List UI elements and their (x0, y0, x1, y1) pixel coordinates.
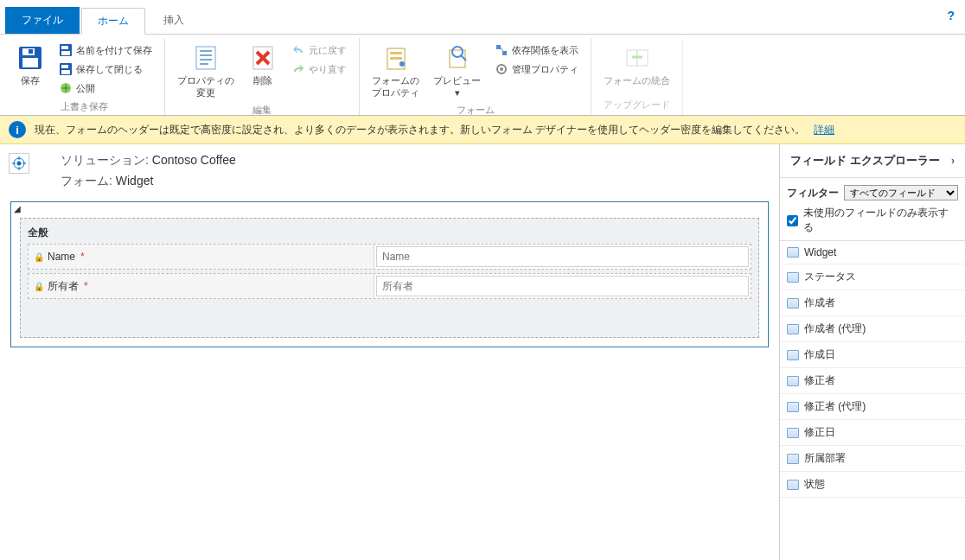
preview-label: プレビュー ▾ (433, 74, 481, 99)
properties-icon (191, 43, 220, 73)
unused-only-checkbox[interactable] (787, 215, 798, 226)
delete-label: 削除 (253, 74, 272, 86)
section-title: 全般 (28, 226, 751, 240)
unused-only-label: 未使用のフィールドのみ表示する (803, 206, 958, 235)
preview-button[interactable]: プレビュー ▾ (426, 40, 488, 102)
svg-point-20 (399, 61, 405, 67)
tab-insert[interactable]: 挿入 (147, 7, 201, 34)
chevron-right-icon: › (951, 155, 955, 167)
list-item-label: 修正者 (代理) (804, 399, 866, 414)
save-button[interactable]: 保存 (9, 40, 52, 90)
svg-rect-12 (200, 50, 212, 52)
unused-only-row: 未使用のフィールドのみ表示する (780, 206, 965, 241)
list-item[interactable]: 修正日 (780, 420, 965, 446)
list-item[interactable]: Widget (780, 241, 965, 264)
redo-button[interactable]: やり直す (288, 60, 350, 78)
field-icon (787, 402, 799, 412)
undo-label: 元に戻す (309, 44, 347, 57)
field-explorer-header[interactable]: フィールド エクスプローラー › (780, 144, 965, 178)
save-label: 保存 (21, 74, 40, 86)
field-input-name[interactable] (376, 246, 749, 267)
list-item-label: 修正者 (804, 373, 835, 388)
save-as-button[interactable]: 名前を付けて保存 (55, 41, 156, 59)
form-properties-label: フォームの プロパティ (372, 74, 419, 99)
form-properties-icon (381, 43, 411, 73)
svg-rect-6 (61, 51, 70, 55)
list-item[interactable]: 作成者 (780, 290, 965, 316)
publish-button[interactable]: 公開 (55, 80, 156, 97)
form-line: フォーム: Widget (61, 174, 236, 189)
form-name: Widget (116, 174, 154, 188)
deps-col: 依存関係を表示 管理プロパティ (488, 40, 585, 80)
tab-marker[interactable]: ◢ (14, 204, 21, 213)
required-star: * (80, 251, 85, 263)
managed-properties-icon (495, 62, 508, 76)
field-label-cell: 🔒 所有者 * (29, 274, 374, 298)
show-dependencies-label: 依存関係を表示 (512, 44, 578, 57)
info-icon: i (9, 121, 26, 138)
solution-label: ソリューション: (61, 153, 149, 167)
help-icon[interactable]: ? (947, 9, 955, 22)
field-input-owner[interactable] (376, 276, 749, 296)
show-dependencies-button[interactable]: 依存関係を表示 (491, 41, 582, 59)
svg-point-32 (17, 162, 22, 166)
tab-file[interactable]: ファイル (5, 7, 80, 34)
list-item[interactable]: 作成者 (代理) (780, 316, 965, 342)
list-item[interactable]: 修正者 (代理) (780, 394, 965, 420)
change-properties-button[interactable]: プロパティの 変更 (170, 40, 241, 102)
list-item[interactable]: 作成日 (780, 342, 965, 368)
ribbon-group-save: 保存 名前を付けて保存 保存して閉じる (3, 38, 165, 115)
field-explorer-panel: フィールド エクスプローラー › フィルター すべてのフィールド 未使用のフィー… (779, 144, 965, 560)
list-item[interactable]: 所属部署 (780, 446, 965, 472)
menu-tabs: ファイル ホーム 挿入 ? (0, 0, 965, 35)
field-icon (787, 428, 799, 438)
svg-rect-13 (200, 54, 212, 56)
save-close-icon (59, 62, 73, 76)
list-item[interactable]: ステータス (780, 264, 965, 290)
field-list: Widget ステータス 作成者 作成者 (代理) 作成日 修正者 修正者 (代… (780, 241, 965, 560)
filter-label: フィルター (787, 186, 839, 200)
notification-link[interactable]: 詳細 (814, 123, 834, 137)
field-label: Name (48, 251, 75, 263)
field-explorer-title: フィールド エクスプローラー (790, 153, 940, 169)
ribbon-group-form: フォームの プロパティ プレビュー ▾ 依存関係を表示 (360, 38, 591, 115)
dependencies-icon (495, 43, 508, 57)
list-item-label: 状態 (804, 477, 825, 492)
field-row-owner[interactable]: 🔒 所有者 * (28, 273, 751, 299)
filter-select[interactable]: すべてのフィールド (844, 185, 958, 200)
undo-button[interactable]: 元に戻す (288, 41, 350, 59)
field-row-name[interactable]: 🔒 Name * (28, 244, 751, 270)
field-icon (787, 272, 799, 283)
delete-icon (248, 43, 278, 73)
edit-group-label: 編集 (170, 102, 354, 120)
canvas-section[interactable]: 全般 🔒 Name * 🔒 所有者 * (20, 218, 759, 338)
required-star: * (84, 280, 88, 292)
form-properties-button[interactable]: フォームの プロパティ (365, 40, 426, 102)
list-item[interactable]: 修正者 (780, 368, 965, 394)
lock-icon: 🔒 (34, 252, 44, 262)
merge-forms-button[interactable]: フォームの統合 (597, 40, 677, 90)
managed-properties-button[interactable]: 管理プロパティ (491, 60, 582, 78)
list-item-label: 作成者 (804, 296, 835, 310)
list-item[interactable]: 状態 (780, 472, 965, 498)
save-icon (16, 43, 45, 73)
delete-button[interactable]: 削除 (241, 40, 284, 90)
field-icon (787, 350, 799, 360)
ribbon-group-upgrade: フォームの統合 アップグレード (591, 38, 683, 115)
form-group-label: フォーム (365, 102, 585, 120)
solution-name: Contoso Coffee (152, 153, 236, 167)
ribbon-group-edit: プロパティの 変更 削除 元に戻す (165, 38, 360, 115)
field-label: 所有者 (48, 279, 79, 294)
save-group-label: 上書き保存 (9, 99, 159, 117)
lock-icon: 🔒 (34, 282, 44, 291)
svg-rect-5 (61, 46, 68, 49)
solution-line: ソリューション: Contoso Coffee (61, 153, 236, 169)
save-close-button[interactable]: 保存して閉じる (55, 60, 156, 78)
tab-home[interactable]: ホーム (81, 8, 145, 35)
list-item-label: 所属部署 (804, 451, 846, 466)
body: ソリューション: Contoso Coffee フォーム: Widget ◢ 全… (0, 144, 965, 560)
design-canvas[interactable]: ◢ 全般 🔒 Name * 🔒 所有者 (10, 201, 769, 347)
field-icon (787, 480, 799, 490)
managed-properties-label: 管理プロパティ (512, 63, 578, 76)
upgrade-group-label: アップグレード (597, 97, 677, 115)
